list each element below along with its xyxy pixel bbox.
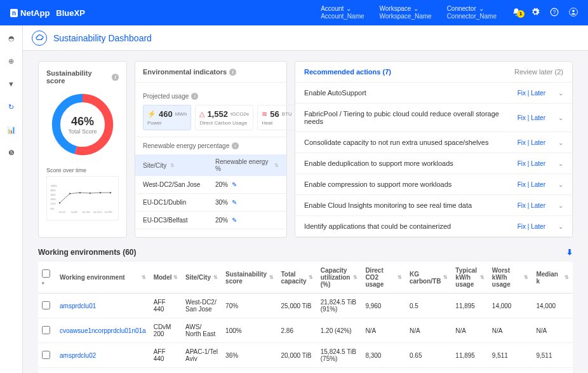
sidebar-globe-icon[interactable]: ⊕ [6, 56, 17, 66]
edit-icon[interactable]: ✎ [232, 199, 237, 206]
svg-text:Jan 1st: Jan 1st [58, 211, 65, 214]
sidebar-dashboard-icon[interactable]: ◓ [6, 33, 17, 43]
env-link[interactable]: amsprdclu01 [60, 302, 96, 309]
recommendation-row: Identify applications that could be cont… [295, 216, 572, 237]
fix-later-link[interactable]: Fix | Later [518, 202, 545, 209]
sidebar-cost-icon[interactable]: ❺ [6, 147, 17, 158]
gear-icon[interactable] [531, 8, 540, 18]
column-header[interactable]: Working environment⇅ [56, 262, 150, 294]
recommended-actions-card: Recommended actions (7) Review later (2)… [295, 61, 573, 238]
sustainability-score-card: Sustainability scorei 46% Total Score Sc… [38, 61, 127, 238]
svg-point-3 [572, 10, 575, 12]
fix-later-link[interactable]: Fix | Later [518, 139, 545, 146]
column-header[interactable]: Worst kW/h usage⇅ [488, 262, 533, 294]
row-checkbox[interactable] [42, 326, 50, 334]
chevron-down-icon[interactable]: ⌄ [558, 223, 563, 230]
chevron-down-icon[interactable]: ⌄ [558, 181, 563, 188]
sidebar-shield-icon[interactable]: ▼ [6, 79, 17, 89]
column-header[interactable]: Model⇅ [150, 262, 182, 294]
fix-later-link[interactable]: Fix | Later [518, 90, 545, 97]
row-checkbox[interactable] [42, 301, 50, 309]
brand: BlueXP [56, 8, 85, 18]
renewable-row: EU-DC1/Dublin30%✎ [135, 194, 286, 212]
row-checkbox[interactable] [42, 351, 50, 359]
recommendation-row: FabricPool / Tiering to pubic cloud coul… [295, 104, 572, 132]
svg-text:50%: 50% [51, 198, 56, 201]
column-header[interactable]: Sustainability score⇅ [222, 262, 277, 294]
env-link[interactable]: cvoawsue1ncorpprdclu01n01a [60, 327, 146, 334]
account-selector[interactable]: Account⌄ Account_Name [321, 5, 364, 20]
info-icon[interactable]: i [232, 142, 239, 149]
workspace-selector[interactable]: Workspace⌄ Workspace_Name [380, 5, 432, 20]
svg-text:?: ? [553, 9, 556, 15]
chevron-down-icon[interactable]: ⌄ [558, 202, 563, 209]
sidebar: ◓ ⊕ ▼ ↻ 📊 ❺ [0, 25, 23, 373]
chevron-down-icon[interactable]: ⌄ [558, 160, 563, 167]
top-header: n NetApp BlueXP Account⌄ Account_Name Wo… [0, 0, 588, 25]
metric-tile[interactable]: △1,552tGCO2eDirect Carbon Usage [195, 105, 253, 130]
svg-text:80%: 80% [51, 189, 56, 192]
recommendation-row: Consolidate capacity to not run extra un… [295, 132, 572, 153]
working-environments-table: ▾Working environment⇅Model⇅Site/City⇅Sus… [38, 262, 573, 373]
score-over-time-chart: 100%80%60%50%25%0% Jan 1stJan 8thJan 15t… [46, 176, 119, 220]
cloud-icon [32, 31, 47, 46]
fix-later-link[interactable]: Fix | Later [518, 114, 545, 121]
metric-icon: ≋ [262, 110, 267, 118]
download-icon[interactable]: ⬇ [566, 248, 573, 257]
svg-text:Jan 22nd: Jan 22nd [93, 211, 102, 214]
svg-text:0%: 0% [51, 207, 55, 210]
chevron-down-icon[interactable]: ⌄ [558, 139, 563, 146]
svg-text:100%: 100% [51, 184, 58, 187]
metric-icon: △ [199, 110, 204, 118]
svg-text:Jan 29th: Jan 29th [104, 211, 112, 214]
chevron-down-icon: ⌄ [413, 5, 418, 13]
recommendation-row: Enable compression to support more workl… [295, 174, 572, 195]
recommendation-row: Enable Cloud Insights monitoring to see … [295, 195, 572, 216]
sidebar-chart-icon[interactable]: 📊 [6, 125, 17, 135]
recommendation-row: Enable deduplication to support more wor… [295, 153, 572, 174]
fix-later-link[interactable]: Fix | Later [518, 160, 545, 167]
column-header[interactable]: Site/City⇅ [182, 262, 222, 294]
column-header[interactable]: Median k⇅ [532, 262, 573, 294]
svg-point-12 [59, 202, 60, 203]
svg-point-15 [90, 193, 91, 194]
column-header[interactable]: Total capacity⇅ [277, 262, 317, 294]
working-environments-title: Working environments (60) [38, 248, 136, 257]
svg-text:25%: 25% [51, 202, 56, 205]
chevron-down-icon[interactable]: ⌄ [558, 114, 563, 121]
info-icon[interactable]: i [112, 74, 119, 81]
chevron-down-icon[interactable]: ⌄ [558, 90, 563, 97]
netapp-logo: n NetApp [10, 8, 50, 18]
svg-point-17 [110, 192, 111, 193]
env-link[interactable]: amsprdclu02 [60, 352, 96, 359]
table-row: cvoawsue1ncorpprdclu01n01a CDvM 200AWS/ … [38, 318, 573, 343]
sidebar-cloud-icon[interactable]: ↻ [6, 102, 17, 112]
score-donut-chart: 46% Total Score [48, 90, 117, 159]
notification-bell-icon[interactable]: 1 [512, 8, 521, 18]
metric-icon: ⚡ [147, 110, 156, 118]
chevron-down-icon: ⌄ [346, 5, 351, 13]
env-indicators-card: Environmental indicatorsi Projected usag… [135, 61, 287, 238]
edit-icon[interactable]: ✎ [232, 181, 237, 188]
table-row: amsprdclu03 AFF 440EU-DC1/ Dublin54%25,0… [38, 368, 573, 374]
connector-selector[interactable]: Connector⌄ Connector_Name [447, 5, 497, 20]
fix-later-link[interactable]: Fix | Later [518, 223, 545, 230]
fix-later-link[interactable]: Fix | Later [518, 181, 545, 188]
column-header[interactable]: KG carbon/TB⇅ [406, 262, 451, 294]
metric-tile[interactable]: ≋56BTUHeat [257, 105, 296, 130]
user-icon[interactable] [569, 8, 578, 18]
table-row: amsprdclu02 AFF 440APAC-1/Tel Aviv36%20,… [38, 343, 573, 368]
svg-text:Jan 15th: Jan 15th [82, 211, 90, 214]
column-header[interactable]: Capacity utilization (%)⇅ [317, 262, 362, 294]
column-header[interactable]: Typical kW/h usage⇅ [451, 262, 488, 294]
metric-tile[interactable]: ⚡460MWhPower [143, 105, 191, 130]
recommendation-row: Enable AutoSupportFix | Later⌄ [295, 83, 572, 104]
info-icon[interactable]: i [191, 93, 198, 100]
edit-icon[interactable]: ✎ [232, 217, 237, 224]
help-icon[interactable]: ? [550, 8, 559, 18]
svg-point-13 [69, 193, 70, 194]
page-title: Sustainability Dashboard [53, 33, 152, 43]
select-all-checkbox[interactable] [42, 269, 50, 278]
info-icon[interactable]: i [229, 69, 236, 76]
column-header[interactable]: Direct CO2 usage⇅ [361, 262, 406, 294]
